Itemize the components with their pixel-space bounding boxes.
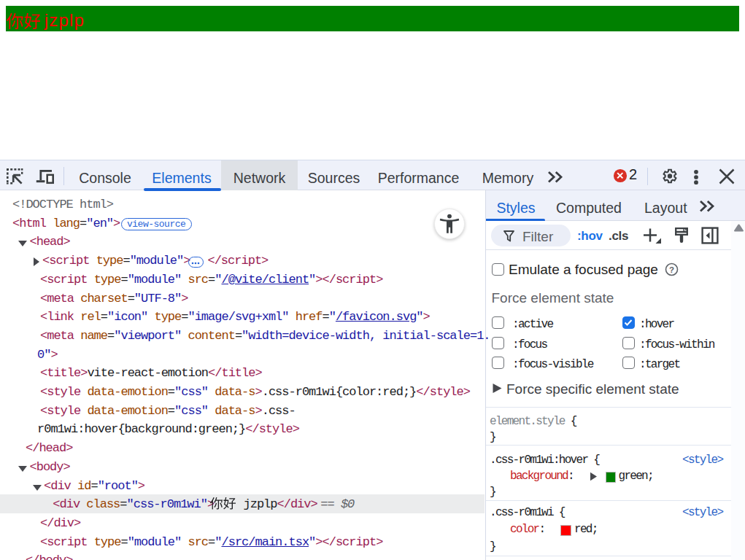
svg-text:?: ? — [669, 265, 674, 274]
